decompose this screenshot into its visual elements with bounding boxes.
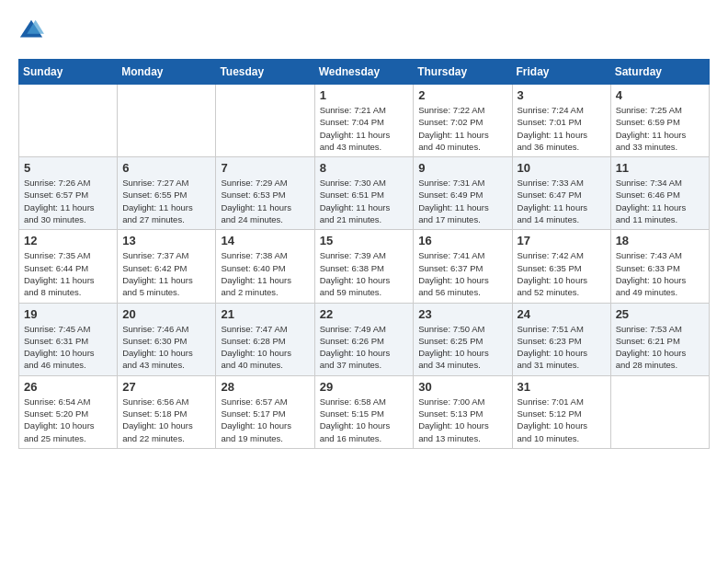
day-detail: Sunrise: 7:41 AM Sunset: 6:37 PM Dayligh…: [418, 249, 506, 298]
day-number: 8: [320, 161, 409, 175]
calendar-cell: 10Sunrise: 7:33 AM Sunset: 6:47 PM Dayli…: [512, 157, 610, 230]
calendar-header-saturday: Saturday: [610, 60, 709, 85]
day-detail: Sunrise: 7:46 AM Sunset: 6:30 PM Dayligh…: [122, 323, 210, 372]
day-detail: Sunrise: 6:54 AM Sunset: 5:20 PM Dayligh…: [24, 396, 112, 444]
day-number: 6: [122, 161, 210, 175]
calendar-cell: 14Sunrise: 7:38 AM Sunset: 6:40 PM Dayli…: [216, 230, 314, 303]
calendar-header-monday: Monday: [118, 60, 216, 85]
calendar-cell: 9Sunrise: 7:31 AM Sunset: 6:49 PM Daylig…: [414, 157, 512, 230]
calendar-cell: 2Sunrise: 7:22 AM Sunset: 7:02 PM Daylig…: [414, 85, 512, 157]
day-detail: Sunrise: 7:45 AM Sunset: 6:31 PM Dayligh…: [24, 323, 112, 372]
calendar-cell: 29Sunrise: 6:58 AM Sunset: 5:15 PM Dayli…: [314, 375, 414, 448]
calendar-cell: 19Sunrise: 7:45 AM Sunset: 6:31 PM Dayli…: [19, 303, 118, 375]
calendar-cell: 31Sunrise: 7:01 AM Sunset: 5:12 PM Dayli…: [512, 375, 610, 448]
day-number: 26: [24, 380, 112, 394]
day-number: 28: [221, 380, 309, 394]
day-number: 30: [418, 380, 506, 394]
calendar-cell: 5Sunrise: 7:26 AM Sunset: 6:57 PM Daylig…: [19, 157, 118, 230]
day-detail: Sunrise: 7:47 AM Sunset: 6:28 PM Dayligh…: [221, 323, 309, 372]
day-number: 10: [518, 161, 606, 175]
calendar-header-tuesday: Tuesday: [216, 60, 314, 85]
day-detail: Sunrise: 7:49 AM Sunset: 6:26 PM Dayligh…: [320, 323, 409, 372]
calendar-cell: [19, 85, 118, 157]
calendar-cell: 4Sunrise: 7:25 AM Sunset: 6:59 PM Daylig…: [610, 85, 709, 157]
day-number: 2: [418, 88, 506, 102]
calendar-cell: 3Sunrise: 7:24 AM Sunset: 7:01 PM Daylig…: [512, 85, 610, 157]
calendar-cell: 15Sunrise: 7:39 AM Sunset: 6:38 PM Dayli…: [314, 230, 414, 303]
calendar-week-0: 1Sunrise: 7:21 AM Sunset: 7:04 PM Daylig…: [19, 85, 710, 157]
calendar-cell: 21Sunrise: 7:47 AM Sunset: 6:28 PM Dayli…: [216, 303, 314, 375]
day-detail: Sunrise: 7:35 AM Sunset: 6:44 PM Dayligh…: [24, 249, 112, 298]
day-detail: Sunrise: 7:21 AM Sunset: 7:04 PM Dayligh…: [320, 104, 409, 153]
day-detail: Sunrise: 7:22 AM Sunset: 7:02 PM Dayligh…: [418, 104, 506, 153]
day-detail: Sunrise: 7:25 AM Sunset: 6:59 PM Dayligh…: [616, 104, 704, 153]
logo: [18, 18, 48, 44]
day-detail: Sunrise: 7:30 AM Sunset: 6:51 PM Dayligh…: [320, 177, 409, 225]
calendar-cell: 25Sunrise: 7:53 AM Sunset: 6:21 PM Dayli…: [610, 303, 709, 375]
calendar-cell: 26Sunrise: 6:54 AM Sunset: 5:20 PM Dayli…: [19, 375, 118, 448]
day-detail: Sunrise: 7:38 AM Sunset: 6:40 PM Dayligh…: [221, 249, 309, 298]
day-number: 19: [24, 307, 112, 321]
day-number: 16: [418, 234, 506, 247]
calendar-cell: 12Sunrise: 7:35 AM Sunset: 6:44 PM Dayli…: [19, 230, 118, 303]
calendar-cell: 27Sunrise: 6:56 AM Sunset: 5:18 PM Dayli…: [118, 375, 216, 448]
calendar-header-friday: Friday: [512, 60, 610, 85]
day-detail: Sunrise: 7:43 AM Sunset: 6:33 PM Dayligh…: [616, 249, 704, 298]
calendar-cell: 7Sunrise: 7:29 AM Sunset: 6:53 PM Daylig…: [216, 157, 314, 230]
calendar-cell: [118, 85, 216, 157]
day-number: 27: [122, 380, 210, 394]
day-detail: Sunrise: 7:42 AM Sunset: 6:35 PM Dayligh…: [518, 249, 606, 298]
calendar-cell: 1Sunrise: 7:21 AM Sunset: 7:04 PM Daylig…: [314, 85, 414, 157]
day-number: 31: [518, 380, 606, 394]
day-detail: Sunrise: 7:34 AM Sunset: 6:46 PM Dayligh…: [616, 177, 704, 225]
day-number: 23: [418, 307, 506, 321]
calendar-header-thursday: Thursday: [414, 60, 512, 85]
calendar-cell: 23Sunrise: 7:50 AM Sunset: 6:25 PM Dayli…: [414, 303, 512, 375]
day-detail: Sunrise: 7:33 AM Sunset: 6:47 PM Dayligh…: [518, 177, 606, 225]
day-detail: Sunrise: 6:56 AM Sunset: 5:18 PM Dayligh…: [122, 396, 210, 444]
day-number: 18: [616, 234, 704, 247]
logo-icon: [18, 18, 44, 44]
day-number: 29: [320, 380, 409, 394]
day-number: 24: [518, 307, 606, 321]
day-detail: Sunrise: 7:01 AM Sunset: 5:12 PM Dayligh…: [518, 396, 606, 444]
calendar-cell: [216, 85, 314, 157]
day-number: 25: [616, 307, 704, 321]
day-detail: Sunrise: 7:26 AM Sunset: 6:57 PM Dayligh…: [24, 177, 112, 225]
day-detail: Sunrise: 7:27 AM Sunset: 6:55 PM Dayligh…: [122, 177, 210, 225]
calendar-week-3: 19Sunrise: 7:45 AM Sunset: 6:31 PM Dayli…: [19, 303, 710, 375]
day-detail: Sunrise: 7:37 AM Sunset: 6:42 PM Dayligh…: [122, 249, 210, 298]
day-detail: Sunrise: 7:24 AM Sunset: 7:01 PM Dayligh…: [518, 104, 606, 153]
day-number: 5: [24, 161, 112, 175]
calendar-cell: 11Sunrise: 7:34 AM Sunset: 6:46 PM Dayli…: [610, 157, 709, 230]
calendar-cell: 17Sunrise: 7:42 AM Sunset: 6:35 PM Dayli…: [512, 230, 610, 303]
calendar-week-1: 5Sunrise: 7:26 AM Sunset: 6:57 PM Daylig…: [19, 157, 710, 230]
day-number: 1: [320, 88, 409, 102]
day-detail: Sunrise: 7:31 AM Sunset: 6:49 PM Dayligh…: [418, 177, 506, 225]
calendar-table: SundayMondayTuesdayWednesdayThursdayFrid…: [18, 59, 710, 449]
header: [18, 18, 710, 44]
day-number: 17: [518, 234, 606, 247]
day-number: 20: [122, 307, 210, 321]
calendar-header-sunday: Sunday: [19, 60, 118, 85]
day-detail: Sunrise: 7:00 AM Sunset: 5:13 PM Dayligh…: [418, 396, 506, 444]
calendar-cell: 8Sunrise: 7:30 AM Sunset: 6:51 PM Daylig…: [314, 157, 414, 230]
day-number: 14: [221, 234, 309, 247]
day-number: 12: [24, 234, 112, 247]
day-number: 21: [221, 307, 309, 321]
day-detail: Sunrise: 7:39 AM Sunset: 6:38 PM Dayligh…: [320, 249, 409, 298]
calendar-cell: 20Sunrise: 7:46 AM Sunset: 6:30 PM Dayli…: [118, 303, 216, 375]
calendar-header-row: SundayMondayTuesdayWednesdayThursdayFrid…: [19, 60, 710, 85]
calendar-cell: 13Sunrise: 7:37 AM Sunset: 6:42 PM Dayli…: [118, 230, 216, 303]
day-number: 7: [221, 161, 309, 175]
day-number: 9: [418, 161, 506, 175]
calendar-cell: 6Sunrise: 7:27 AM Sunset: 6:55 PM Daylig…: [118, 157, 216, 230]
calendar-cell: 24Sunrise: 7:51 AM Sunset: 6:23 PM Dayli…: [512, 303, 610, 375]
day-detail: Sunrise: 7:50 AM Sunset: 6:25 PM Dayligh…: [418, 323, 506, 372]
day-detail: Sunrise: 6:57 AM Sunset: 5:17 PM Dayligh…: [221, 396, 309, 444]
day-number: 3: [518, 88, 606, 102]
day-number: 15: [320, 234, 409, 247]
day-number: 22: [320, 307, 409, 321]
day-detail: Sunrise: 7:53 AM Sunset: 6:21 PM Dayligh…: [616, 323, 704, 372]
calendar-cell: 22Sunrise: 7:49 AM Sunset: 6:26 PM Dayli…: [314, 303, 414, 375]
